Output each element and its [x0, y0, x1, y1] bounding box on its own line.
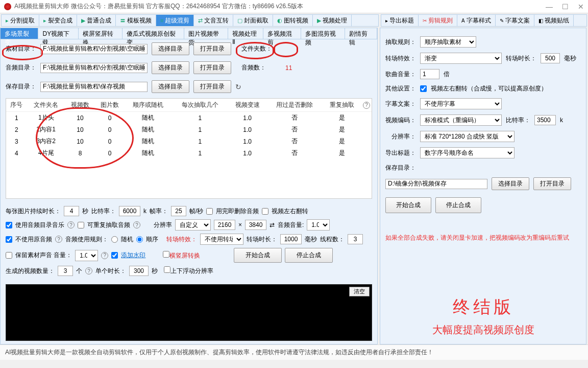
subtab-3[interactable]: 傻瓜式视频原创裂变 — [122, 28, 184, 39]
r-trans-select[interactable]: 渐变 — [420, 53, 502, 64]
rule-select[interactable]: 顺序抽取素材 — [420, 36, 476, 48]
r-choose-button[interactable]: 选择目录 — [492, 177, 529, 190]
help-icon[interactable]: ? — [85, 267, 92, 274]
clear-button[interactable]: 清空 — [349, 287, 370, 296]
r-trans-label: 转场特效： — [385, 54, 416, 63]
table-row[interactable]: 33内容2100随机11.0否是 — [6, 135, 372, 147]
r-open-button[interactable]: 打开目录 — [533, 177, 571, 190]
rtab-0[interactable]: ▸导出标题 — [381, 15, 419, 26]
r-trans-dur-input[interactable] — [541, 53, 560, 63]
tab-8[interactable]: ▶视频处理 — [313, 15, 352, 26]
help-icon[interactable]: ? — [55, 236, 62, 243]
table-header: 每次抽取几个 — [172, 99, 228, 112]
subtab-5[interactable]: 视频处理Ⅱ — [228, 28, 263, 39]
no-orig-check[interactable] — [6, 236, 12, 243]
other-flip-check[interactable] — [420, 85, 427, 92]
keep-vol-select[interactable]: 1.0 — [75, 250, 98, 261]
tab-7[interactable]: ◐图转视频 — [273, 15, 313, 26]
tab-6[interactable]: ▢封面截取 — [233, 15, 273, 26]
save-choose-button[interactable]: 选择目录 — [152, 80, 189, 93]
song-vol-input[interactable] — [420, 69, 439, 79]
flip-check[interactable] — [262, 208, 268, 215]
del-after-check[interactable] — [206, 208, 213, 215]
audio-dir-input[interactable] — [40, 63, 148, 73]
audio-choose-button[interactable]: 选择目录 — [152, 61, 189, 74]
rule-label: 抽取规则： — [385, 38, 416, 47]
img-dur-label: 每张图片持续时长： — [6, 207, 61, 216]
subtab-8[interactable]: 剧情剪辑 — [345, 28, 377, 39]
help-icon[interactable]: ? — [133, 221, 140, 228]
r-title-select[interactable]: 数字序号顺序命名 — [420, 147, 514, 158]
trans-select[interactable]: 不使用转场 — [200, 234, 243, 245]
bitrate-input[interactable] — [119, 206, 140, 216]
tab-0[interactable]: ▸分割提取 — [2, 15, 39, 26]
vol-label: 音频音量: — [278, 221, 304, 229]
tab-3[interactable]: 〓模板视频 — [116, 15, 156, 26]
save-open-button[interactable]: 打开目录 — [193, 80, 231, 93]
use-audio-check[interactable] — [6, 222, 12, 228]
stop-button[interactable]: 停止合成 — [285, 248, 333, 263]
material-dir-input[interactable] — [40, 44, 148, 54]
app-title: AI视频批量剪辑大师 微信公众号：唐易批量剪辑 官方客服QQ：264246895… — [14, 2, 303, 11]
material-table: 序号文件夹名视频数图片数顺序或随机每次抽取几个视频变速用过是否删除重复抽取?11… — [6, 98, 372, 199]
enc-select[interactable]: 标准模式（重编码） — [420, 114, 502, 126]
r-res-select[interactable]: 标准 720*1280 合成快 竖版 — [420, 131, 514, 142]
subtab-1[interactable]: DY视频下载 — [38, 28, 79, 39]
rtab-2[interactable]: A字幕样式 — [457, 15, 496, 26]
material-open-button[interactable]: 打开目录 — [193, 42, 231, 55]
width-input[interactable] — [214, 220, 235, 230]
r-stop-button[interactable]: 停止合成 — [435, 197, 481, 213]
tab-2[interactable]: ▶普通合成 — [77, 15, 116, 26]
r-start-button[interactable]: 开始合成 — [385, 197, 431, 213]
gen-count-input[interactable] — [58, 266, 73, 276]
subtab-2[interactable]: 横屏竖屏转换 — [79, 28, 122, 39]
subtab-6[interactable]: 多视频混剪 — [263, 28, 301, 39]
sub-select[interactable]: 不使用字幕 — [420, 98, 502, 109]
seq-radio[interactable] — [136, 236, 143, 243]
hv-swap-check[interactable] — [163, 251, 169, 258]
main-tabs: ▸分割提取▸裂变合成▶普通合成〓模板视频≡超级混剪⇄文音互转▢封面截取◐图转视频… — [1, 14, 379, 27]
swap-icon[interactable]: ⇄ — [270, 221, 275, 228]
trans-dur-input[interactable] — [280, 234, 302, 244]
help-icon[interactable]: ? — [363, 102, 370, 109]
material-choose-button[interactable]: 选择目录 — [152, 42, 189, 55]
save-dir-input[interactable] — [40, 82, 148, 92]
subtab-0[interactable]: 多场景裂变 — [1, 28, 38, 39]
rtab-4[interactable]: ◧视频贴纸 — [534, 15, 574, 26]
reuse-audio-check[interactable] — [78, 222, 84, 228]
material-dir-label: 素材目录： — [6, 44, 36, 53]
watermark-check[interactable] — [111, 252, 118, 259]
rtab-1[interactable]: ✂剪辑规则 — [419, 15, 457, 26]
close-icon[interactable]: ✕ — [578, 3, 584, 11]
refresh-icon[interactable]: ↻ — [235, 83, 241, 91]
no-float-check[interactable] — [164, 266, 170, 273]
table-row[interactable]: 44片尾80随机11.0否是 — [6, 147, 372, 159]
start-button[interactable]: 开始合成 — [234, 248, 282, 263]
threads-input[interactable] — [348, 234, 363, 244]
subtab-4[interactable]: 图片视频带货 — [184, 28, 228, 39]
vol-select[interactable]: 1.0 — [307, 219, 330, 231]
minimize-icon[interactable]: — — [546, 3, 553, 11]
subtab-7[interactable]: 多图混剪视频 — [301, 28, 345, 39]
table-row[interactable]: 22内容1100随机11.0否是 — [6, 124, 372, 135]
audio-open-button[interactable]: 打开目录 — [193, 61, 231, 74]
watermark-link[interactable]: 添加水印 — [121, 251, 145, 260]
height-input[interactable] — [245, 220, 266, 230]
help-icon[interactable]: ? — [101, 252, 108, 259]
r-save-input[interactable] — [385, 179, 487, 189]
help-icon[interactable]: ? — [67, 221, 75, 228]
table-row[interactable]: 11片头100随机11.0否是 — [6, 112, 372, 124]
tab-4[interactable]: ≡超级混剪 — [156, 15, 194, 26]
img-dur-input[interactable] — [64, 206, 79, 216]
random-radio[interactable] — [111, 236, 118, 243]
r-bitrate-input[interactable] — [534, 115, 556, 125]
res-mode-select[interactable]: 自定义 — [175, 219, 211, 231]
tab-5[interactable]: ⇄文音互转 — [194, 15, 233, 26]
tab-1[interactable]: ▸裂变合成 — [39, 15, 77, 26]
sub-label: 字幕文案： — [385, 100, 416, 108]
fps-input[interactable] — [171, 206, 186, 216]
keep-orig-check[interactable] — [6, 252, 12, 259]
maximize-icon[interactable]: ☐ — [562, 3, 569, 11]
rtab-3[interactable]: ✎字幕文案 — [496, 15, 534, 26]
single-dur-input[interactable] — [129, 266, 149, 276]
